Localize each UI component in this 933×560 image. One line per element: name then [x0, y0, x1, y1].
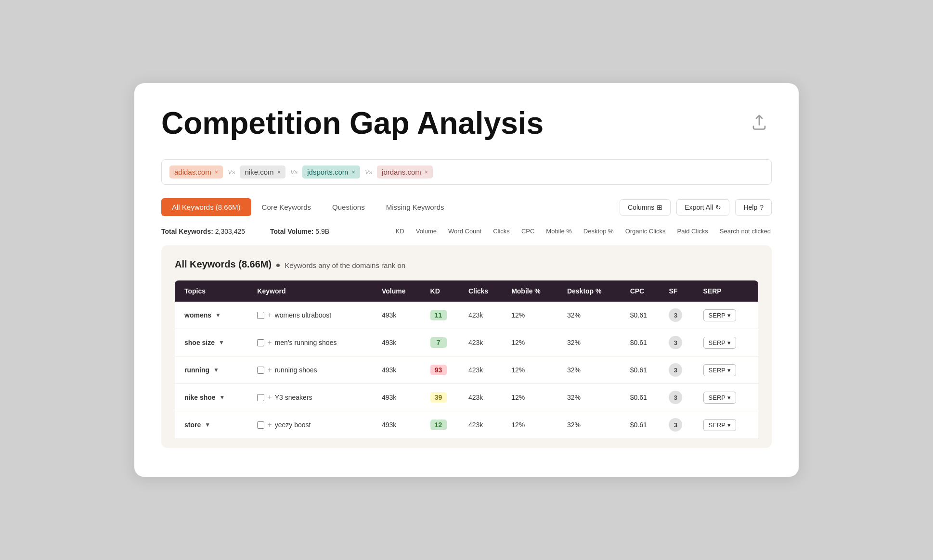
domain-tag-jdsports-close[interactable]: ×: [351, 168, 355, 176]
filter-desktop[interactable]: Desktop %: [583, 226, 615, 237]
cell-sf-2: 3: [663, 356, 697, 384]
domain-tag-jordans-close[interactable]: ×: [425, 168, 428, 176]
topic-arrow-1[interactable]: ▼: [219, 339, 224, 346]
domain-tag-jdsports: jdsports.com ×: [302, 165, 360, 178]
tab-missing-keywords[interactable]: Missing Keywords: [376, 198, 455, 216]
page-title: Competition Gap Analysis: [161, 106, 544, 140]
cell-desktop-3: 32%: [561, 384, 624, 411]
columns-button[interactable]: Columns ⊞: [620, 199, 671, 216]
help-label: Help: [743, 204, 757, 211]
columns-icon: ⊞: [657, 204, 662, 211]
stats-filter-row: Total Keywords: 2,303,425 Total Volume: …: [161, 226, 772, 237]
serp-button-2[interactable]: SERP ▾: [703, 364, 736, 376]
row-checkbox-2[interactable]: [257, 367, 264, 374]
cell-topic-2: running ▼: [175, 356, 251, 384]
serp-chevron-1: ▾: [727, 339, 731, 346]
kd-badge-1: 7: [430, 337, 447, 348]
cell-serp-1: SERP ▾: [698, 329, 758, 356]
filter-search-not-clicked[interactable]: Search not clicked: [719, 226, 772, 237]
cell-cpc-0: $0.61: [624, 302, 663, 329]
table-title-row: All Keywords (8.66M) Keywords any of the…: [175, 259, 758, 272]
cell-kd-0: 11: [425, 302, 463, 329]
share-export-button[interactable]: [747, 110, 772, 137]
total-volume-stat: Total Volume: 5.9B: [270, 228, 341, 235]
th-kd: KD: [425, 280, 463, 302]
cell-volume-1: 493k: [376, 329, 425, 356]
th-volume: Volume: [376, 280, 425, 302]
help-button[interactable]: Help ?: [735, 199, 772, 216]
topic-arrow-4[interactable]: ▼: [205, 421, 210, 428]
total-keywords-stat: Total Keywords: 2,303,425: [161, 228, 259, 235]
separator-dot: [276, 264, 280, 267]
filter-volume[interactable]: Volume: [415, 226, 438, 237]
domain-tag-nike: nike.com ×: [240, 165, 285, 178]
filter-mobile[interactable]: Mobile %: [545, 226, 572, 237]
keyword-tabs: All Keywords (8.66M) Core Keywords Quest…: [161, 198, 455, 216]
th-desktop: Desktop %: [561, 280, 624, 302]
kd-badge-3: 39: [430, 392, 447, 403]
serp-button-4[interactable]: SERP ▾: [703, 419, 736, 431]
th-serp: SERP: [698, 280, 758, 302]
topic-arrow-0[interactable]: ▼: [215, 312, 221, 318]
action-buttons: Columns ⊞ Export All ↻ Help ?: [620, 199, 772, 216]
topic-arrow-2[interactable]: ▼: [213, 367, 219, 373]
cell-clicks-2: 423k: [463, 356, 505, 384]
cell-volume-2: 493k: [376, 356, 425, 384]
filter-clicks[interactable]: Clicks: [492, 226, 511, 237]
sf-badge-4: 3: [669, 418, 682, 432]
cell-serp-3: SERP ▾: [698, 384, 758, 411]
row-checkbox-0[interactable]: [257, 312, 264, 319]
serp-button-1[interactable]: SERP ▾: [703, 337, 736, 349]
kd-badge-4: 12: [430, 420, 447, 430]
columns-label: Columns: [628, 204, 654, 211]
domain-tag-adidas-label: adidas.com: [174, 168, 211, 176]
topic-arrow-3[interactable]: ▼: [220, 394, 225, 401]
filter-kd[interactable]: KD: [395, 226, 405, 237]
domain-tag-adidas: adidas.com ×: [169, 165, 223, 178]
cell-cpc-4: $0.61: [624, 411, 663, 439]
keyword-text-1: men's running shoes: [275, 339, 337, 346]
serp-button-0[interactable]: SERP ▾: [703, 309, 736, 321]
filter-word-count[interactable]: Word Count: [447, 226, 482, 237]
header-row: Competition Gap Analysis: [161, 106, 772, 140]
filter-organic-clicks[interactable]: Organic Clicks: [624, 226, 667, 237]
row-add-btn-2[interactable]: +: [267, 366, 272, 374]
main-card: Competition Gap Analysis adidas.com × Vs…: [134, 83, 799, 477]
table-section-title: All Keywords (8.66M): [175, 259, 272, 270]
topic-label-0: womens: [184, 311, 211, 319]
cell-keyword-0: + womens ultraboost: [251, 302, 376, 329]
filter-cpc[interactable]: CPC: [520, 226, 535, 237]
domain-tag-nike-close[interactable]: ×: [277, 168, 281, 176]
cell-keyword-1: + men's running shoes: [251, 329, 376, 356]
keyword-text-0: womens ultraboost: [275, 311, 332, 319]
cell-topic-3: nike shoe ▼: [175, 384, 251, 411]
row-add-btn-0[interactable]: +: [267, 311, 272, 319]
cell-sf-4: 3: [663, 411, 697, 439]
vs-label-3: Vs: [364, 168, 373, 176]
row-checkbox-1[interactable]: [257, 339, 264, 346]
tab-core-keywords[interactable]: Core Keywords: [251, 198, 322, 216]
stats-text: Total Keywords: 2,303,425 Total Volume: …: [161, 228, 352, 235]
row-checkbox-3[interactable]: [257, 394, 264, 401]
tab-all-keywords[interactable]: All Keywords (8.66M): [161, 198, 251, 216]
export-all-button[interactable]: Export All ↻: [676, 199, 729, 216]
domain-tag-nike-label: nike.com: [245, 168, 273, 176]
th-clicks: Clicks: [463, 280, 505, 302]
table-header-row: Topics Keyword Volume KD Clicks Mobile %…: [175, 280, 758, 302]
serp-button-3[interactable]: SERP ▾: [703, 392, 736, 404]
export-icon: ↻: [715, 204, 721, 211]
cell-topic-4: store ▼: [175, 411, 251, 439]
cell-keyword-4: + yeezy boost: [251, 411, 376, 439]
row-add-btn-1[interactable]: +: [267, 338, 272, 347]
row-add-btn-4[interactable]: +: [267, 420, 272, 429]
domain-tag-adidas-close[interactable]: ×: [215, 168, 219, 176]
cell-keyword-3: + Y3 sneakers: [251, 384, 376, 411]
filter-paid-clicks[interactable]: Paid Clicks: [676, 226, 709, 237]
row-add-btn-3[interactable]: +: [267, 393, 272, 402]
cell-sf-3: 3: [663, 384, 697, 411]
tab-questions[interactable]: Questions: [322, 198, 376, 216]
row-checkbox-4[interactable]: [257, 421, 264, 429]
keyword-text-4: yeezy boost: [275, 421, 311, 429]
table-row: shoe size ▼ + men's running shoes 493k 7…: [175, 329, 758, 356]
cell-serp-0: SERP ▾: [698, 302, 758, 329]
